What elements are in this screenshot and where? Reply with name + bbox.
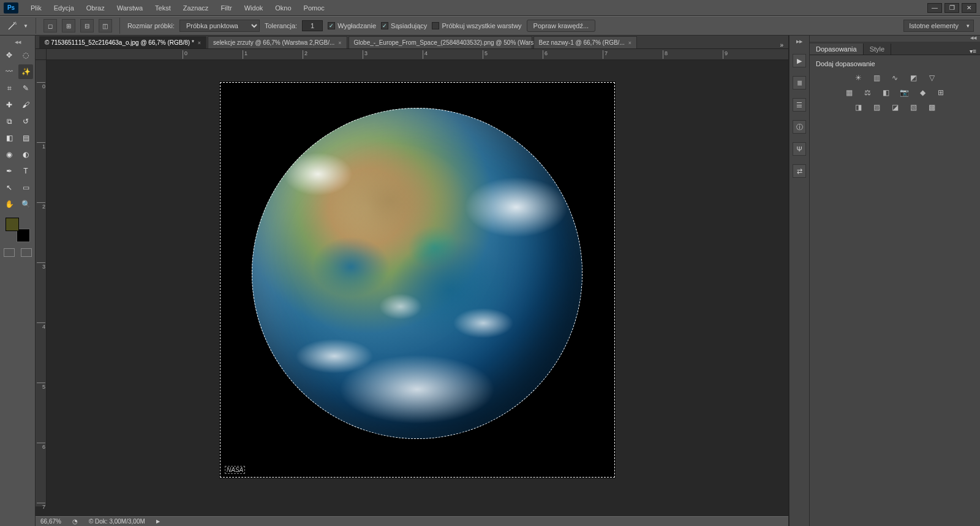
lut-icon[interactable]: ⊞ — [935, 87, 947, 98]
magic-wand-tool[interactable]: ✨ — [18, 64, 33, 79]
ruler-tick: 6 — [37, 443, 45, 450]
document-tab[interactable]: © 7153651115_52c216463a_o.jpg @ 66,7% (R… — [39, 36, 206, 48]
lasso-tool[interactable]: 〰 — [2, 64, 17, 79]
marquee-tool[interactable]: ◌ — [18, 48, 33, 63]
history-brush-tool[interactable]: ↺ — [18, 114, 33, 129]
selective-color-icon[interactable]: ▩ — [925, 102, 938, 113]
doc-size-readout[interactable]: © Dok: 3,00M/3,00M — [89, 518, 145, 525]
menu-help[interactable]: Pomoc — [298, 4, 331, 12]
selection-new-icon[interactable]: ◻ — [43, 19, 57, 32]
path-select-tool[interactable]: ↖ — [2, 180, 17, 195]
close-icon[interactable]: × — [198, 40, 201, 46]
tab-styles[interactable]: Style — [864, 44, 891, 55]
ruler-horizontal[interactable]: 0 1 2 3 4 5 6 7 8 9 — [47, 49, 788, 60]
dodge-tool[interactable]: ◐ — [18, 147, 33, 162]
menu-layer[interactable]: Warstwa — [111, 4, 149, 12]
ruler-tick: 4 — [423, 50, 428, 59]
menu-filter[interactable]: Filtr — [214, 4, 238, 12]
document-tab[interactable]: Globe_-_Europe_From_Space_(25848403532).… — [349, 36, 532, 48]
bw-icon[interactable]: ◧ — [880, 87, 892, 98]
collapse-icon[interactable]: ◀◀ — [810, 36, 980, 42]
posterize-icon[interactable]: ▨ — [870, 102, 883, 113]
screenmode-icon[interactable] — [21, 248, 32, 257]
move-tool[interactable]: ✥ — [2, 48, 17, 63]
layers-icon[interactable]: ☰ — [793, 98, 806, 112]
document-tab[interactable]: selekcje zrzuty @ 66,7% (Warstwa 2,RGB/.… — [208, 36, 347, 48]
type-tool[interactable]: T — [18, 164, 33, 178]
collapse-icon[interactable]: ▶▶ — [790, 39, 809, 45]
menu-window[interactable]: Okno — [269, 4, 297, 12]
curves-icon[interactable]: ∿ — [889, 72, 901, 83]
menu-image[interactable]: Obraz — [80, 4, 111, 12]
status-menu-icon[interactable]: ▶ — [156, 519, 160, 524]
ruler-tick: 2 — [37, 202, 45, 210]
window-maximize-icon[interactable]: ❐ — [944, 3, 959, 13]
menu-select[interactable]: Zaznacz — [177, 4, 215, 12]
paragraph-icon[interactable]: ⇄ — [793, 164, 806, 178]
quickmask-icon[interactable] — [4, 248, 15, 257]
close-icon[interactable]: × — [338, 40, 341, 46]
zoom-readout[interactable]: 66,67% — [40, 518, 61, 525]
selection-intersect-icon[interactable]: ◫ — [99, 19, 112, 32]
channel-mixer-icon[interactable]: ◆ — [916, 87, 929, 98]
foreground-color-swatch[interactable] — [6, 218, 19, 231]
selection-add-icon[interactable]: ⊞ — [62, 19, 75, 32]
menu-edit[interactable]: Edycja — [48, 4, 80, 12]
levels-icon[interactable]: ▥ — [870, 72, 883, 83]
tab-overflow-icon[interactable]: » — [775, 42, 788, 48]
gradient-map-icon[interactable]: ▧ — [907, 102, 919, 113]
artboard[interactable]: NASA — [220, 82, 615, 478]
panel-menu-icon[interactable]: ▾≡ — [966, 48, 980, 55]
tab-adjustments[interactable]: Dopasowania — [810, 44, 864, 55]
pen-tool[interactable]: ✒ — [2, 164, 17, 178]
magic-wand-icon — [6, 20, 18, 32]
status-handle-icon[interactable]: ◔ — [72, 518, 78, 525]
close-icon[interactable]: × — [628, 40, 631, 46]
refine-edge-button[interactable]: Popraw krawędź... — [527, 20, 595, 32]
selection-subtract-icon[interactable]: ⊟ — [80, 19, 94, 32]
app-logo: Ps — [4, 2, 18, 13]
threshold-icon[interactable]: ◪ — [889, 102, 901, 113]
brightness-icon[interactable]: ☀ — [852, 72, 864, 83]
window-close-icon[interactable]: ✕ — [962, 3, 976, 13]
eraser-tool[interactable]: ◧ — [2, 131, 17, 145]
menu-file[interactable]: Plik — [24, 4, 48, 12]
chevron-down-icon[interactable]: ▼ — [23, 23, 28, 29]
healing-tool[interactable]: ✚ — [2, 97, 17, 112]
ruler-tick: 0 — [37, 82, 45, 90]
document-tab[interactable]: Bez nazwy-1 @ 66,7% (RGB/...× — [533, 36, 637, 48]
shape-tool[interactable]: ▭ — [18, 180, 33, 195]
brush-tool[interactable]: 🖌 — [18, 97, 33, 112]
exposure-icon[interactable]: ◩ — [907, 72, 919, 83]
ruler-vertical[interactable]: 0 1 2 3 4 5 6 7 — [36, 60, 47, 506]
sample-all-layers-checkbox[interactable]: Próbkuj wszystkie warstwy — [432, 22, 521, 29]
history-icon[interactable]: ≣ — [793, 76, 806, 90]
brush-icon[interactable]: Ψ — [793, 142, 806, 156]
ruler-origin[interactable] — [36, 49, 47, 60]
menu-text[interactable]: Tekst — [149, 4, 177, 12]
info-icon[interactable]: ⓘ — [793, 120, 806, 134]
antialias-checkbox[interactable]: ✓Wygładzanie — [328, 22, 376, 29]
eyedropper-tool[interactable]: ✎ — [18, 81, 33, 96]
canvas[interactable]: NASA — [47, 60, 788, 506]
blur-tool[interactable]: ◉ — [2, 147, 17, 162]
play-icon[interactable]: ▶ — [793, 54, 806, 67]
color-swatches[interactable] — [6, 218, 30, 242]
tolerance-input[interactable] — [302, 20, 323, 31]
photo-filter-icon[interactable]: 📷 — [898, 87, 910, 98]
balance-icon[interactable]: ⚖ — [861, 87, 873, 98]
collapse-icon[interactable]: ◀◀ — [0, 39, 35, 45]
stamp-tool[interactable]: ⧉ — [2, 114, 17, 129]
hue-icon[interactable]: ▦ — [843, 87, 855, 98]
gradient-tool[interactable]: ▤ — [18, 131, 33, 145]
sample-size-select[interactable]: Próbka punktowa — [179, 20, 260, 32]
contiguous-checkbox[interactable]: ✓Sąsiadujący — [381, 22, 427, 29]
invert-icon[interactable]: ◨ — [852, 102, 864, 113]
crop-tool[interactable]: ⌗ — [2, 81, 17, 96]
workspace-select[interactable]: Istotne elementy — [903, 20, 974, 32]
hand-tool[interactable]: ✋ — [2, 197, 17, 212]
vibrance-icon[interactable]: ▽ — [925, 72, 938, 83]
window-minimize-icon[interactable]: — — [927, 3, 942, 13]
zoom-tool[interactable]: 🔍 — [18, 197, 33, 212]
menu-view[interactable]: Widok — [238, 4, 270, 12]
